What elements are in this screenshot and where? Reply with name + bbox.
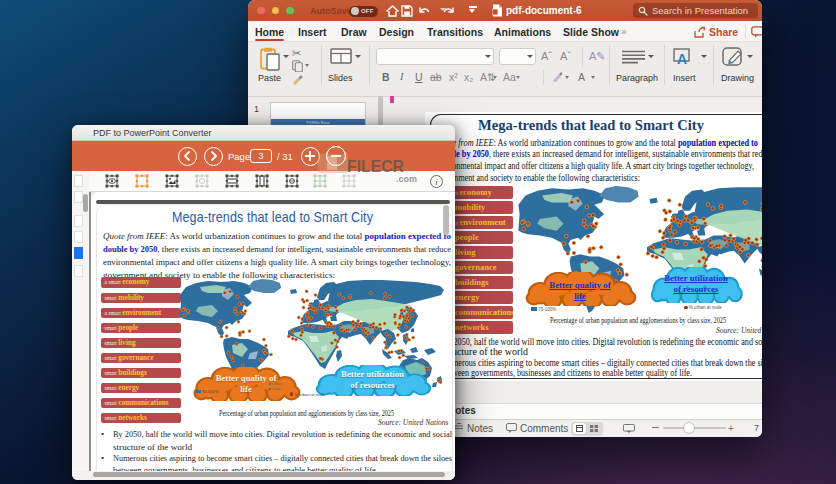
svg-text:A: A <box>677 51 687 66</box>
